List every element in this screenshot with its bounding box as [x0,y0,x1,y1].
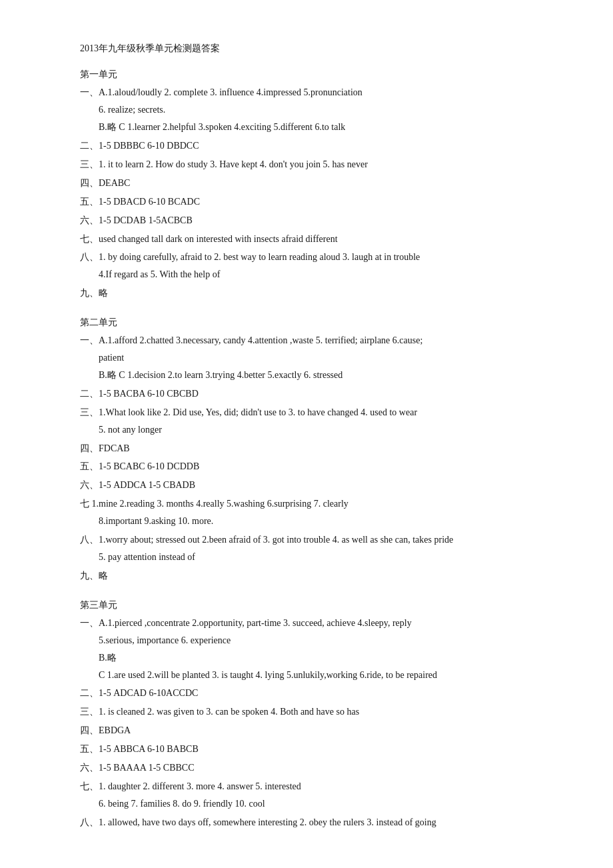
unit-1-section-6: 六、1-5 DCDAB 1-5ACBCB [80,212,533,229]
unit-1-section-6-line-1: 六、1-5 DCDAB 1-5ACBCB [80,212,533,229]
section-line-text: 1. allowed, have two days off, somewhere… [99,817,436,827]
section-line-text: used changed tall dark on interested wit… [99,234,338,244]
section-line-text: A.1.pierced ,concentrate 2.opportunity, … [99,618,412,628]
unit-3-section-6-line-1: 六、1-5 BAAAA 1-5 CBBCC [80,759,533,777]
section-label: 四、 [80,443,99,453]
section-line-text: 1-5 DCDAB 1-5ACBCB [99,215,193,225]
section-line-text: FDCAB [99,443,130,453]
unit-1-section-8-line-1: 八、1. by doing carefully, afraid to 2. be… [80,249,533,266]
unit-1-section-8-line-2: 4.If regard as 5. With the help of [80,266,533,283]
unit-2-section-2-line-1: 二、1-5 BACBA 6-10 CBCBD [80,385,533,403]
unit-1-section-9: 九、略 [80,285,533,302]
section-line-text: 1-5 DBACD 6-10 BCADC [99,197,200,207]
section-label: 二、 [80,389,99,399]
section-line-text: 1. is cleaned 2. was given to 3. can be … [99,707,359,717]
unit-1-section-4: 四、DEABC [80,175,533,192]
section-line-text: 1-5 ADDCA 1-5 CBADB [99,480,195,490]
section-label: 七 [80,499,92,509]
section-label: 九、 [80,288,99,298]
section-label: 七、 [80,234,99,244]
section-line-text: 1. by doing carefully, afraid to 2. best… [99,252,420,262]
section-line-text: 1-5 BAAAA 1-5 CBBCC [99,763,195,773]
unit-3-section-3: 三、1. is cleaned 2. was given to 3. can b… [80,703,533,721]
unit-1-section-3-line-1: 三、1. it to learn 2. How do study 3. Have… [80,156,533,173]
unit-3-section-5-line-1: 五、1-5 ABBCA 6-10 BABCB [80,741,533,758]
unit-2-section-6: 六、1-5 ADDCA 1-5 CBADB [80,477,533,494]
unit-2-section-6-line-1: 六、1-5 ADDCA 1-5 CBADB [80,477,533,494]
section-label: 一、 [80,335,99,345]
unit-3-section-1: 一、A.1.pierced ,concentrate 2.opportunity… [80,615,533,684]
section-label: 七、 [80,781,99,791]
unit-1-section-3: 三、1. it to learn 2. How do study 3. Have… [80,156,533,173]
unit-3-section-7-line-2: 6. being 7. families 8. do 9. friendly 1… [80,795,533,813]
unit-2-section-7: 七 1.mine 2.reading 3. months 4.really 5.… [80,495,533,530]
unit-2-section-1-line-2: patient [80,349,533,367]
unit-3-section-1-line-4: C 1.are used 2.will be planted 3. is tau… [80,667,533,684]
unit-3-title: 第三单元 [80,597,533,613]
unit-3-section-1-line-3: B.略 [80,649,533,667]
unit-3-section-6: 六、1-5 BAAAA 1-5 CBBCC [80,759,533,777]
section-line-text: 1. it to learn 2. How do study 3. Have k… [99,159,368,169]
unit-2-section-4: 四、FDCAB [80,440,533,457]
unit-1-section-1-line-1: 一、A.1.aloud/loudly 2. complete 3. influe… [80,84,533,101]
unit-1-section-1-line-2: 6. realize; secrets. [80,101,533,119]
section-line-text: 1-5 DBBBC 6-10 DBDCC [99,141,199,151]
unit-3-section-4: 四、EBDGA [80,722,533,739]
section-label: 五、 [80,744,99,754]
section-line-text: A.1.afford 2.chatted 3.necessary, candy … [99,335,422,345]
unit-1-section-4-line-1: 四、DEABC [80,175,533,192]
unit-2-section-9: 九、略 [80,567,533,585]
unit-2-section-1-line-1: 一、A.1.afford 2.chatted 3.necessary, cand… [80,332,533,349]
unit-3-section-8: 八、1. allowed, have two days off, somewhe… [80,814,533,831]
section-line-text: 1.mine 2.reading 3. months 4.really 5.wa… [92,499,348,509]
unit-1-section-5: 五、1-5 DBACD 6-10 BCADC [80,193,533,211]
section-line-text: DEABC [99,178,130,188]
section-label: 二、 [80,688,99,698]
unit-3-section-8-line-1: 八、1. allowed, have two days off, somewhe… [80,814,533,831]
unit-3-section-4-line-1: 四、EBDGA [80,722,533,739]
page-title: 2013年九年级秋季单元检测题答案 [80,40,533,57]
unit-3-section-1-line-2: 5.serious, importance 6. experience [80,632,533,649]
unit-2-section-8-line-1: 八、1.worry about; stressed out 2.been afr… [80,531,533,549]
unit-2-section-5: 五、1-5 BCABC 6-10 DCDDB [80,458,533,475]
section-label: 八、 [80,817,99,827]
section-label: 四、 [80,178,99,188]
unit-2-section-3: 三、1.What look like 2. Did use, Yes, did;… [80,404,533,439]
section-line-text: 1-5 ABBCA 6-10 BABCB [99,744,199,754]
section-line-text: A.1.aloud/loudly 2. complete 3. influenc… [99,87,362,97]
unit-1-section-8: 八、1. by doing carefully, afraid to 2. be… [80,249,533,283]
unit-1-section-2-line-1: 二、1-5 DBBBC 6-10 DBDCC [80,137,533,155]
section-label: 三、 [80,707,99,717]
unit-1-section-9-line-1: 九、略 [80,285,533,302]
unit-1-section-5-line-1: 五、1-5 DBACD 6-10 BCADC [80,193,533,211]
unit-2-section-8: 八、1.worry about; stressed out 2.been afr… [80,531,533,566]
section-label: 一、 [80,87,99,97]
unit-1-title: 第一单元 [80,66,533,83]
section-label: 三、 [80,159,99,169]
unit-2-section-3-line-1: 三、1.What look like 2. Did use, Yes, did;… [80,404,533,421]
section-label: 五、 [80,461,99,471]
unit-1-section-7-line-1: 七、used changed tall dark on interested w… [80,231,533,248]
section-line-text: 1-5 BACBA 6-10 CBCBD [99,389,199,399]
section-line-text: 1-5 BCABC 6-10 DCDDB [99,461,199,471]
section-label: 四、 [80,725,99,735]
unit-3-section-1-line-1: 一、A.1.pierced ,concentrate 2.opportunity… [80,615,533,632]
unit-3: 第三单元一、A.1.pierced ,concentrate 2.opportu… [80,597,533,831]
unit-2-section-9-line-1: 九、略 [80,567,533,585]
unit-2-section-1: 一、A.1.afford 2.chatted 3.necessary, cand… [80,332,533,384]
unit-1: 第一单元一、A.1.aloud/loudly 2. complete 3. in… [80,66,533,302]
section-line-text: 略 [99,571,108,581]
section-label: 八、 [80,535,99,545]
unit-3-section-7: 七、1. daughter 2. different 3. more 4. an… [80,778,533,813]
section-label: 三、 [80,407,99,417]
unit-2: 第二单元一、A.1.afford 2.chatted 3.necessary, … [80,314,533,585]
unit-1-section-7: 七、used changed tall dark on interested w… [80,231,533,248]
section-label: 六、 [80,763,99,773]
unit-1-section-2: 二、1-5 DBBBC 6-10 DBDCC [80,137,533,155]
unit-2-section-5-line-1: 五、1-5 BCABC 6-10 DCDDB [80,458,533,475]
unit-3-section-3-line-1: 三、1. is cleaned 2. was given to 3. can b… [80,703,533,721]
unit-2-section-3-line-2: 5. not any longer [80,421,533,439]
section-label: 九、 [80,571,99,581]
section-line-text: 1.worry about; stressed out 2.been afrai… [99,535,453,545]
unit-2-section-1-line-3: B.略 C 1.decision 2.to learn 3.trying 4.b… [80,367,533,384]
